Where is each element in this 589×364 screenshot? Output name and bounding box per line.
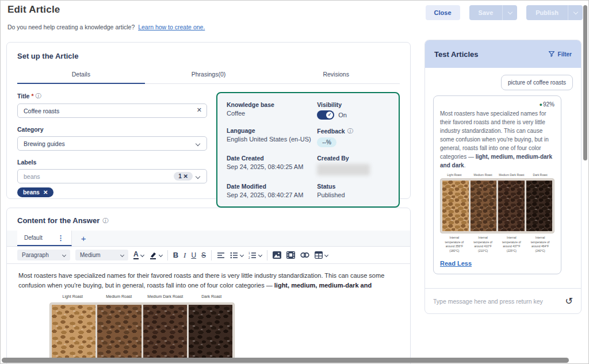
medium-dark-roast-beans [498, 181, 525, 231]
required-marker: * [31, 93, 33, 99]
roast-labels-row: Light Roast Medium Roast Medium Dark Roa… [49, 294, 235, 302]
close-button[interactable]: Close [426, 5, 460, 20]
insert-image-button[interactable] [273, 251, 281, 259]
test-articles-panel: Test Articles Filter picture of coffee r… [424, 40, 582, 314]
help-text-label: Do you need help creating a knowledge ar… [7, 24, 135, 30]
insert-video-button[interactable] [286, 251, 295, 259]
medium-roast-beans [471, 181, 497, 231]
test-panel-header: Test Articles Filter [425, 40, 581, 68]
feedback-pill: --% [317, 137, 336, 147]
chat-area: picture of coffee roasts ●92% Most roast… [425, 68, 581, 289]
font-size-dropdown[interactable]: Medium [75, 250, 128, 260]
setup-article-card: Set up the Article Details Phrasings(0) … [6, 42, 411, 199]
vertical-scrollbar-thumb[interactable] [583, 5, 587, 160]
reset-conversation-icon[interactable]: ↺ [565, 297, 573, 306]
chevron-down-icon [196, 174, 200, 178]
underline-button[interactable]: U [191, 251, 196, 259]
editor-toolbar: Paragraph Medium A B I U S [7, 247, 410, 264]
info-icon: ⓘ [347, 127, 353, 135]
medium-roast-beans [97, 305, 141, 359]
chevron-down-icon [140, 253, 144, 257]
align-button[interactable] [217, 252, 225, 259]
tab-phrasings[interactable]: Phrasings(0) [145, 67, 273, 83]
horizontal-scrollbar-thumb[interactable] [2, 358, 569, 363]
status-badge: Published [317, 191, 389, 198]
read-less-link[interactable]: Read Less [440, 260, 472, 267]
labels-input[interactable] [24, 173, 170, 180]
highlight-color-button[interactable] [149, 251, 162, 259]
tab-default-variation[interactable]: Default ⋮ [17, 231, 72, 246]
text-color-icon: A [133, 251, 139, 259]
table-icon [315, 251, 323, 259]
bullet-list-icon [230, 252, 238, 259]
numbered-list-button[interactable]: 12 [248, 252, 262, 259]
setup-title: Set up the Article [17, 52, 400, 60]
confidence-dot-icon: ● [540, 102, 542, 108]
kebab-menu-icon[interactable]: ⋮ [58, 234, 64, 242]
content-title: Content for the Answer ⓘ [17, 216, 400, 225]
learn-how-link[interactable]: Learn how to create one. [138, 24, 205, 30]
tab-revisions[interactable]: Revisions [272, 67, 400, 83]
bold-button[interactable]: B [173, 251, 178, 259]
light-roast-beans [52, 305, 95, 359]
editor-area[interactable]: Most roasters have specialized names for… [17, 264, 400, 362]
setup-tabs: Details Phrasings(0) Revisions [17, 67, 400, 84]
filter-funnel-icon [548, 51, 555, 58]
edit-article-screen: Edit Article Do you need help creating a… [0, 0, 589, 364]
chevron-down-icon [159, 253, 163, 257]
highlighter-icon [149, 251, 157, 259]
labels-combobox[interactable]: 1 ✕ [17, 169, 207, 183]
labels-field-group: Labels 1 ✕ beans ✕ [17, 159, 207, 197]
save-dropdown-button[interactable] [502, 5, 517, 20]
insert-table-button[interactable] [315, 251, 328, 259]
italic-button[interactable]: I [183, 251, 186, 260]
roast-comparison-image[interactable]: Light Roast Medium Roast Medium Dark Roa… [49, 294, 235, 362]
mini-roast-labels: Light Roast Medium Roast Medium Dark Roa… [440, 173, 554, 178]
coffee-beans-tray [49, 302, 235, 362]
publish-split-button: Publish [526, 5, 583, 20]
knowledge-base-cell: Knowledge base Coffee [227, 101, 317, 120]
align-icon [217, 252, 225, 259]
labels-label: Labels [17, 159, 207, 166]
info-icon: ⓘ [102, 217, 108, 225]
created-by-redacted [317, 164, 370, 175]
save-button[interactable]: Save [469, 5, 503, 20]
clear-title-icon[interactable]: ✕ [197, 106, 202, 114]
label-chip-beans[interactable]: beans ✕ [17, 187, 53, 197]
chat-message-input[interactable] [433, 298, 561, 305]
tab-details[interactable]: Details [17, 67, 145, 84]
labels-count-pill[interactable]: 1 ✕ [174, 172, 193, 181]
help-text: Do you need help creating a knowledge ar… [7, 24, 579, 30]
remove-label-icon[interactable]: ✕ [43, 189, 48, 196]
text-color-button[interactable]: A [133, 251, 144, 259]
svg-text:1: 1 [248, 252, 250, 255]
user-message-bubble: picture of coffee roasts [501, 75, 573, 90]
light-roast-beans [442, 181, 469, 231]
category-select[interactable]: Brewing guides [17, 136, 207, 151]
add-variation-button[interactable]: + [72, 231, 95, 246]
publish-dropdown-button[interactable] [568, 5, 583, 20]
date-modified-cell: Date Modified Sep 24, 2025, 08:40:27 AM [227, 183, 317, 198]
dark-roast-beans [189, 305, 232, 359]
paragraph-style-dropdown[interactable]: Paragraph [17, 250, 70, 260]
chevron-down-icon [120, 253, 124, 257]
title-input[interactable] [17, 104, 207, 118]
numbered-list-icon: 12 [248, 252, 257, 259]
filter-button[interactable]: Filter [548, 51, 572, 58]
chevron-down-icon [573, 10, 577, 14]
bullet-list-button[interactable] [230, 252, 243, 259]
strikethrough-button[interactable]: S [201, 251, 206, 259]
info-icon: ⓘ [36, 92, 41, 100]
chevron-down-icon [324, 253, 328, 257]
image-icon [273, 251, 281, 259]
bot-response-card: ●92% Most roasters have specialized name… [433, 95, 561, 274]
category-label: Category [17, 126, 207, 133]
title-field-group: Title * ⓘ ✕ [17, 92, 207, 118]
publish-button[interactable]: Publish [526, 5, 568, 20]
svg-text:2: 2 [248, 256, 250, 258]
setup-body: Title * ⓘ ✕ Category Brewing guides [17, 92, 400, 208]
mini-coffee-beans-tray [440, 178, 554, 233]
visibility-toggle[interactable]: ✓ [317, 110, 334, 120]
insert-link-button[interactable] [300, 252, 309, 258]
status-cell: Status Published [317, 183, 389, 198]
